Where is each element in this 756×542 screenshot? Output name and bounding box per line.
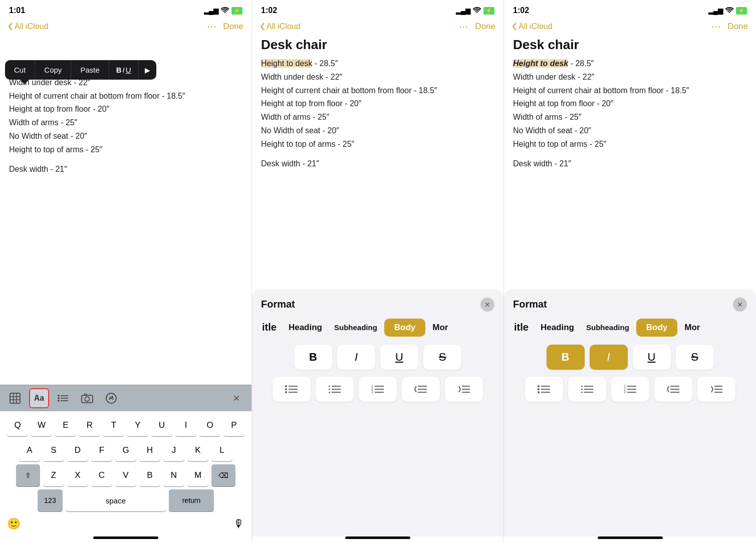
key-o[interactable]: O: [199, 414, 220, 436]
close-keyboard-icon[interactable]: ✕: [226, 388, 246, 408]
svg-rect-0: [10, 393, 20, 403]
key-shift[interactable]: ⇧: [16, 464, 40, 486]
key-s[interactable]: S: [43, 439, 64, 461]
markup-icon[interactable]: [101, 388, 121, 408]
note-body-3[interactable]: Height to desk - 28.5″ Width under desk …: [513, 58, 747, 170]
signal-icon-2: ▂▄▆: [456, 7, 470, 15]
paste-button[interactable]: Paste: [71, 60, 109, 80]
indent-right-button-3[interactable]: [697, 377, 735, 402]
camera-icon[interactable]: [77, 388, 97, 408]
key-l[interactable]: L: [211, 439, 232, 461]
numbered-list-button-2[interactable]: 1 2 3: [359, 377, 397, 402]
nav-back-label-1: All iCloud: [15, 22, 49, 31]
bullet-list-button-2[interactable]: [273, 377, 311, 402]
style-heading-2[interactable]: Heading: [284, 320, 327, 336]
cut-button[interactable]: Cut: [5, 60, 35, 80]
key-i[interactable]: I: [175, 414, 196, 436]
key-n[interactable]: N: [163, 464, 184, 486]
nav-back-2[interactable]: All iCloud: [260, 22, 301, 31]
nav-dots-1[interactable]: ···: [207, 20, 216, 33]
strike-button-2[interactable]: S: [423, 345, 461, 370]
indent-left-button-3[interactable]: [654, 377, 692, 402]
key-p[interactable]: P: [223, 414, 244, 436]
nav-done-1[interactable]: Done: [223, 22, 243, 32]
key-y[interactable]: Y: [127, 414, 148, 436]
wifi-icon-2: [473, 7, 481, 15]
indent-right-button-2[interactable]: [445, 377, 483, 402]
underline-button-2[interactable]: U: [380, 345, 418, 370]
key-r[interactable]: R: [79, 414, 100, 436]
style-heading-3[interactable]: Heading: [536, 320, 579, 336]
style-title-2[interactable]: itle: [257, 319, 282, 336]
nav-done-2[interactable]: Done: [475, 22, 495, 32]
style-body-3[interactable]: Body: [636, 319, 678, 337]
key-e[interactable]: E: [55, 414, 76, 436]
list-icon[interactable]: [53, 388, 73, 408]
status-icons-2: ▂▄▆ ⚡: [456, 7, 494, 15]
nav-dots-3[interactable]: ···: [711, 20, 720, 33]
key-t[interactable]: T: [103, 414, 124, 436]
key-delete[interactable]: ⌫: [211, 464, 235, 486]
svg-point-9: [58, 400, 60, 402]
key-q[interactable]: Q: [7, 414, 28, 436]
format-close-2[interactable]: ✕: [480, 298, 494, 312]
dash-list-button-3[interactable]: [568, 377, 606, 402]
svg-text:3: 3: [624, 390, 626, 394]
key-k[interactable]: K: [187, 439, 208, 461]
emoji-button[interactable]: 🙂: [7, 517, 21, 530]
key-x[interactable]: X: [67, 464, 88, 486]
format-panel-2: Format ✕ itle Heading Subheading Body Mo…: [252, 290, 503, 537]
key-w[interactable]: W: [31, 414, 52, 436]
nav-actions-2: ··· Done: [459, 20, 495, 33]
key-v[interactable]: V: [115, 464, 136, 486]
nav-done-3[interactable]: Done: [727, 22, 748, 32]
italic-button-3[interactable]: I: [590, 345, 628, 370]
key-b[interactable]: B: [139, 464, 160, 486]
nav-back-label-3: All iCloud: [519, 22, 553, 31]
text-format-icon[interactable]: Aa: [29, 388, 49, 408]
key-f[interactable]: F: [91, 439, 112, 461]
key-u[interactable]: U: [151, 414, 172, 436]
note-body-2[interactable]: Height to desk - 28.5″ Width under desk …: [261, 58, 494, 170]
style-title-3[interactable]: itle: [509, 319, 534, 336]
format-close-3[interactable]: ✕: [733, 298, 747, 312]
bullet-list-button-3[interactable]: [525, 377, 563, 402]
style-more-2[interactable]: Mor: [427, 320, 453, 336]
nav-back-1[interactable]: All iCloud: [8, 22, 49, 31]
style-more-3[interactable]: Mor: [679, 320, 705, 336]
key-g[interactable]: G: [115, 439, 136, 461]
copy-button[interactable]: Copy: [35, 60, 71, 80]
style-subheading-2[interactable]: Subheading: [329, 320, 382, 335]
bold-button-3[interactable]: B: [547, 345, 585, 370]
style-subheading-3[interactable]: Subheading: [581, 320, 634, 335]
key-return[interactable]: return: [169, 489, 214, 511]
dash-list-button-2[interactable]: [316, 377, 354, 402]
key-j[interactable]: J: [163, 439, 184, 461]
strike-button-3[interactable]: S: [676, 345, 714, 370]
home-indicator-1: [93, 536, 158, 539]
svg-point-15: [285, 385, 287, 387]
context-menu-arrow[interactable]: ▶: [139, 61, 156, 80]
biu-button[interactable]: BIU: [109, 60, 139, 80]
table-icon[interactable]: [5, 388, 25, 408]
italic-button-2[interactable]: I: [337, 345, 375, 370]
key-z[interactable]: Z: [43, 464, 64, 486]
mic-button[interactable]: 🎙: [233, 517, 244, 530]
nav-actions-1: ··· Done: [207, 20, 243, 33]
key-space[interactable]: space: [66, 489, 166, 511]
nav-dots-2[interactable]: ···: [459, 20, 468, 33]
key-h[interactable]: H: [139, 439, 160, 461]
key-d[interactable]: D: [67, 439, 88, 461]
indent-left-button-2[interactable]: [402, 377, 440, 402]
bold-button-2[interactable]: B: [294, 345, 332, 370]
note-body-1[interactable]: Height to desk - 28.5″ Width under desk …: [9, 63, 242, 175]
key-m[interactable]: M: [187, 464, 208, 486]
key-c[interactable]: C: [91, 464, 112, 486]
key-numbers[interactable]: 123: [38, 489, 63, 511]
style-body-2[interactable]: Body: [384, 319, 426, 337]
underline-button-3[interactable]: U: [633, 345, 671, 370]
key-a[interactable]: A: [19, 439, 40, 461]
nav-back-3[interactable]: All iCloud: [512, 22, 553, 31]
numbered-list-button-3[interactable]: 1 2 3: [611, 377, 649, 402]
status-bar-2: 1:02 ▂▄▆ ⚡: [252, 0, 503, 17]
